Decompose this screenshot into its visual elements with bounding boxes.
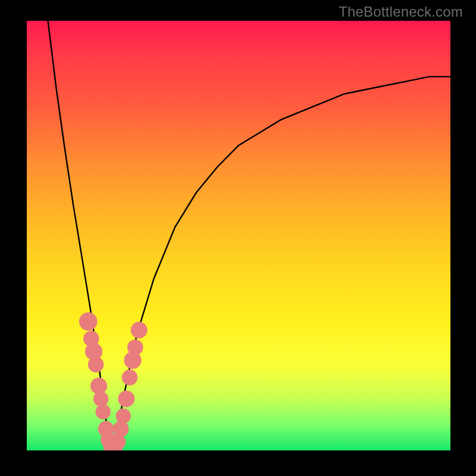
plot-area xyxy=(27,21,450,450)
bottleneck-curve-svg xyxy=(27,21,450,450)
curve-marker xyxy=(96,404,111,419)
curve-marker xyxy=(131,322,148,339)
curve-marker xyxy=(79,312,98,331)
curve-marker xyxy=(127,339,143,355)
curve-marker xyxy=(113,421,129,437)
curve-marker xyxy=(88,356,104,372)
chart-frame: TheBottleneck.com xyxy=(0,0,476,476)
watermark-text: TheBottleneck.com xyxy=(339,4,463,20)
curve-markers xyxy=(79,312,148,450)
curve-marker xyxy=(116,409,131,424)
curve-marker xyxy=(118,390,134,407)
curve-marker xyxy=(122,369,138,386)
curve-marker xyxy=(93,392,108,406)
bottleneck-curve xyxy=(48,21,450,450)
